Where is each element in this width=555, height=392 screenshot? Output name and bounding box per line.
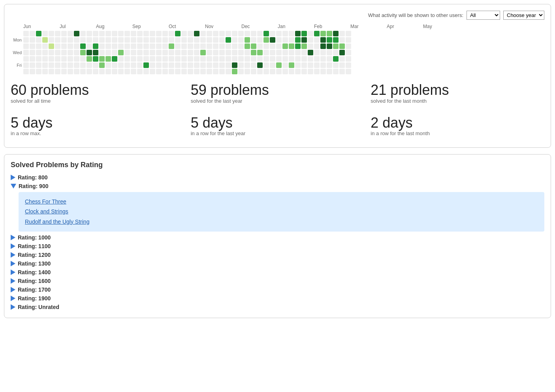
heatmap-cell[interactable]	[55, 31, 60, 36]
heatmap-cell[interactable]	[74, 31, 79, 36]
heatmap-cell[interactable]	[327, 56, 332, 62]
heatmap-cell[interactable]	[289, 62, 294, 68]
heatmap-cell[interactable]	[232, 50, 237, 55]
heatmap-cell[interactable]	[124, 43, 130, 49]
heatmap-cell[interactable]	[55, 43, 60, 49]
heatmap-cell[interactable]	[181, 43, 187, 49]
heatmap-cell[interactable]	[143, 62, 149, 68]
heatmap-cell[interactable]	[308, 50, 313, 55]
heatmap-cell[interactable]	[320, 69, 326, 74]
heatmap-cell[interactable]	[339, 50, 345, 55]
heatmap-cell[interactable]	[333, 69, 339, 74]
heatmap-cell[interactable]	[118, 69, 124, 74]
heatmap-cell[interactable]	[162, 50, 168, 55]
heatmap-cell[interactable]	[175, 37, 181, 43]
heatmap-cell[interactable]	[87, 50, 92, 55]
heatmap-cell[interactable]	[55, 50, 60, 55]
heatmap-cell[interactable]	[181, 56, 187, 62]
heatmap-cell[interactable]	[308, 62, 313, 68]
heatmap-cell[interactable]	[55, 62, 60, 68]
heatmap-cell[interactable]	[131, 37, 136, 43]
heatmap-cell[interactable]	[143, 69, 149, 74]
heatmap-cell[interactable]	[263, 56, 269, 62]
heatmap-cell[interactable]	[207, 37, 212, 43]
heatmap-cell[interactable]	[282, 43, 288, 49]
heatmap-cell[interactable]	[112, 69, 117, 74]
heatmap-cell[interactable]	[327, 37, 332, 43]
heatmap-cell[interactable]	[226, 31, 231, 36]
heatmap-cell[interactable]	[175, 56, 181, 62]
heatmap-cell[interactable]	[282, 37, 288, 43]
rating-row[interactable]: Rating: 1000	[11, 233, 544, 242]
heatmap-cell[interactable]	[137, 69, 143, 74]
heatmap-cell[interactable]	[105, 37, 111, 43]
heatmap-cell[interactable]	[257, 50, 263, 55]
heatmap-cell[interactable]	[150, 50, 155, 55]
heatmap-cell[interactable]	[112, 62, 117, 68]
heatmap-cell[interactable]	[74, 43, 79, 49]
heatmap-cell[interactable]	[87, 43, 92, 49]
heatmap-cell[interactable]	[219, 56, 225, 62]
heatmap-cell[interactable]	[251, 50, 256, 55]
heatmap-cell[interactable]	[23, 31, 29, 36]
heatmap-cell[interactable]	[251, 56, 256, 62]
heatmap-cell[interactable]	[295, 62, 301, 68]
heatmap-cell[interactable]	[137, 62, 143, 68]
heatmap-cell[interactable]	[219, 50, 225, 55]
activity-filter-select[interactable]: All Problems Contests	[467, 11, 500, 20]
heatmap-cell[interactable]	[112, 31, 117, 36]
heatmap-cell[interactable]	[36, 43, 41, 49]
heatmap-cell[interactable]	[245, 37, 250, 43]
heatmap-cell[interactable]	[181, 31, 187, 36]
heatmap-cell[interactable]	[226, 62, 231, 68]
heatmap-cell[interactable]	[232, 37, 237, 43]
heatmap-cell[interactable]	[232, 56, 237, 62]
heatmap-cell[interactable]	[87, 62, 92, 68]
heatmap-cell[interactable]	[169, 62, 174, 68]
heatmap-cell[interactable]	[289, 43, 294, 49]
heatmap-cell[interactable]	[118, 56, 124, 62]
heatmap-cell[interactable]	[301, 31, 307, 36]
heatmap-cell[interactable]	[238, 56, 244, 62]
heatmap-cell[interactable]	[150, 43, 155, 49]
heatmap-cell[interactable]	[99, 43, 105, 49]
heatmap-cell[interactable]	[308, 69, 313, 74]
heatmap-cell[interactable]	[339, 62, 345, 68]
heatmap-cell[interactable]	[188, 31, 193, 36]
heatmap-cell[interactable]	[181, 37, 187, 43]
heatmap-cell[interactable]	[74, 50, 79, 55]
heatmap-cell[interactable]	[295, 69, 301, 74]
heatmap-cell[interactable]	[194, 69, 199, 74]
heatmap-cell[interactable]	[200, 31, 206, 36]
heatmap-cell[interactable]	[93, 31, 98, 36]
heatmap-cell[interactable]	[150, 69, 155, 74]
heatmap-cell[interactable]	[263, 62, 269, 68]
heatmap-cell[interactable]	[118, 43, 124, 49]
heatmap-cell[interactable]	[80, 43, 86, 49]
heatmap-cell[interactable]	[232, 31, 237, 36]
heatmap-cell[interactable]	[137, 56, 143, 62]
heatmap-cell[interactable]	[314, 37, 320, 43]
heatmap-cell[interactable]	[213, 31, 218, 36]
heatmap-cell[interactable]	[42, 37, 48, 43]
heatmap-cell[interactable]	[42, 69, 48, 74]
heatmap-cell[interactable]	[42, 62, 48, 68]
heatmap-cell[interactable]	[36, 62, 41, 68]
heatmap-cell[interactable]	[68, 31, 73, 36]
heatmap-cell[interactable]	[175, 62, 181, 68]
heatmap-cell[interactable]	[36, 69, 41, 74]
heatmap-cell[interactable]	[124, 50, 130, 55]
heatmap-cell[interactable]	[200, 56, 206, 62]
heatmap-cell[interactable]	[23, 56, 29, 62]
heatmap-cell[interactable]	[93, 69, 98, 74]
heatmap-cell[interactable]	[124, 69, 130, 74]
heatmap-cell[interactable]	[226, 37, 231, 43]
heatmap-cell[interactable]	[105, 56, 111, 62]
heatmap-cell[interactable]	[169, 50, 174, 55]
heatmap-cell[interactable]	[295, 31, 301, 36]
heatmap-cell[interactable]	[232, 43, 237, 49]
heatmap-cell[interactable]	[80, 37, 86, 43]
heatmap-cell[interactable]	[131, 31, 136, 36]
heatmap-cell[interactable]	[131, 62, 136, 68]
heatmap-cell[interactable]	[276, 43, 282, 49]
